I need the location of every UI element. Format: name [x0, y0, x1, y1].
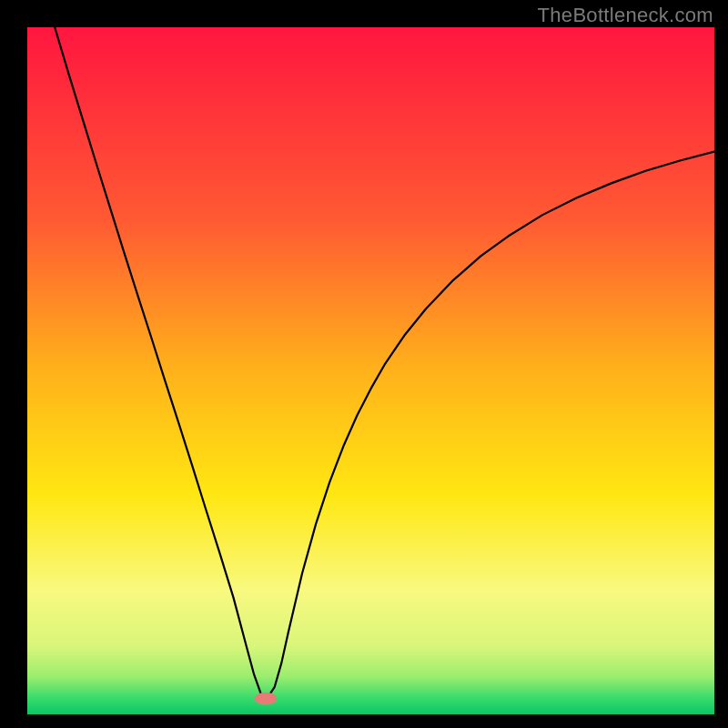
watermark-text: TheBottleneck.com — [538, 4, 713, 27]
gradient-background — [27, 27, 714, 714]
chart-frame: TheBottleneck.com — [0, 0, 728, 728]
plot-area — [27, 27, 714, 714]
optimum-marker — [255, 693, 277, 705]
bottleneck-plot — [27, 27, 714, 714]
